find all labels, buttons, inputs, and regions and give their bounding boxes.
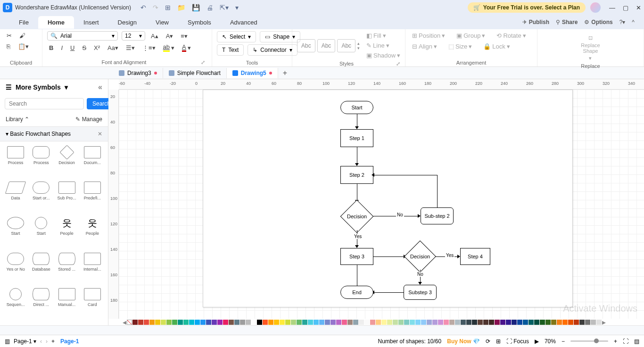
trial-banner[interactable]: 🛒 Your Free Trial is over. Select a Plan bbox=[468, 2, 586, 13]
group-button[interactable]: ▣ Group▾ bbox=[454, 31, 487, 40]
color-swatch[interactable] bbox=[183, 320, 189, 325]
paste-button[interactable]: 📋▾ bbox=[16, 42, 31, 51]
shape-start[interactable]: Start bbox=[340, 101, 373, 114]
color-swatch[interactable] bbox=[489, 320, 494, 325]
color-swatch[interactable] bbox=[314, 320, 319, 325]
color-swatch[interactable] bbox=[393, 320, 398, 325]
color-swatch[interactable] bbox=[557, 320, 562, 325]
color-swatch[interactable] bbox=[240, 320, 245, 325]
color-swatch[interactable] bbox=[297, 320, 302, 325]
minimize-button[interactable]: — bbox=[609, 4, 615, 11]
buy-now-link[interactable]: Buy Now 💎 bbox=[447, 338, 480, 345]
color-swatch[interactable] bbox=[364, 320, 370, 325]
redo-button[interactable]: ↷ bbox=[153, 4, 158, 11]
line-button[interactable]: ✎ Line▾ bbox=[364, 41, 402, 50]
text-tool[interactable]: T Text bbox=[217, 44, 244, 56]
symbol-search-input[interactable] bbox=[5, 98, 84, 109]
no-color-swatch[interactable] bbox=[127, 320, 132, 325]
color-swatch[interactable] bbox=[138, 320, 143, 325]
fill-button[interactable]: ◧ Fill▾ bbox=[364, 31, 402, 40]
menu-advanced[interactable]: Advanced bbox=[221, 16, 267, 29]
user-avatar[interactable] bbox=[590, 2, 601, 13]
color-swatch[interactable] bbox=[246, 320, 251, 325]
shape-stencil[interactable]: Yes or No bbox=[4, 253, 27, 285]
shape-step4[interactable]: Step 4 bbox=[460, 248, 490, 265]
color-swatch[interactable] bbox=[404, 320, 409, 325]
shape-stencil[interactable]: Docum... bbox=[81, 146, 104, 179]
manage-library[interactable]: ✎ Manage bbox=[75, 116, 102, 123]
color-swatch[interactable] bbox=[166, 320, 172, 325]
color-swatch[interactable] bbox=[398, 320, 404, 325]
italic-button[interactable]: I bbox=[59, 43, 65, 52]
color-swatch[interactable] bbox=[545, 320, 551, 325]
undo-button[interactable]: ↶ bbox=[140, 4, 146, 11]
color-swatch[interactable] bbox=[274, 320, 279, 325]
shape-stencil[interactable]: Database bbox=[29, 253, 53, 285]
status-icon-2[interactable]: ⊞ bbox=[496, 338, 501, 345]
connector[interactable] bbox=[373, 256, 405, 257]
shape-stencil[interactable]: Manual... bbox=[55, 288, 79, 321]
color-swatch[interactable] bbox=[161, 320, 166, 325]
shape-step2[interactable]: Step 2 bbox=[340, 166, 373, 184]
connector[interactable] bbox=[357, 147, 357, 164]
color-swatch[interactable] bbox=[512, 320, 517, 325]
color-swatch[interactable] bbox=[132, 320, 138, 325]
color-swatch[interactable] bbox=[585, 320, 590, 325]
color-swatch[interactable] bbox=[353, 320, 358, 325]
shape-substep2[interactable]: Sub-step 2 bbox=[421, 207, 454, 224]
color-swatch[interactable] bbox=[415, 320, 421, 325]
color-swatch[interactable] bbox=[381, 320, 387, 325]
menu-insert[interactable]: Insert bbox=[74, 16, 108, 29]
color-swatch[interactable] bbox=[342, 320, 347, 325]
color-swatch[interactable] bbox=[579, 320, 585, 325]
color-swatch[interactable] bbox=[325, 320, 330, 325]
color-swatch[interactable] bbox=[483, 320, 488, 325]
add-tab-button[interactable]: + bbox=[278, 69, 292, 77]
shrink-font[interactable]: A▾ bbox=[164, 32, 175, 41]
publish-button[interactable]: ✈ Publish bbox=[522, 19, 549, 25]
options-button[interactable]: ⚙ Options bbox=[584, 19, 612, 25]
shape-step1[interactable]: Step 1 bbox=[340, 129, 373, 147]
bold-button[interactable]: B bbox=[47, 43, 55, 52]
doctab-drawing3[interactable]: Drawing3 bbox=[113, 68, 163, 78]
presentation-mode[interactable]: ▶ bbox=[535, 338, 539, 345]
color-swatch[interactable] bbox=[551, 320, 556, 325]
color-swatch[interactable] bbox=[517, 320, 522, 325]
color-swatch[interactable] bbox=[285, 320, 290, 325]
category-toggle[interactable]: ▾ Basic Flowchart Shapes bbox=[6, 131, 71, 137]
lock-button[interactable]: 🔒 Lock▾ bbox=[481, 42, 512, 51]
qat-more[interactable]: ▾ bbox=[235, 4, 239, 11]
fit-page[interactable]: ⛶ bbox=[623, 338, 628, 345]
collapse-ribbon[interactable]: ^ bbox=[632, 19, 635, 25]
color-swatch[interactable] bbox=[466, 320, 471, 325]
focus-mode[interactable]: ⛶ Focus bbox=[506, 338, 529, 345]
shape-stencil[interactable]: Process bbox=[4, 146, 27, 179]
shape-stencil[interactable]: Start bbox=[29, 217, 53, 249]
connector[interactable] bbox=[373, 175, 437, 175]
more-symbols[interactable]: More Symbols bbox=[16, 83, 61, 91]
color-swatch[interactable] bbox=[217, 320, 223, 325]
color-swatch[interactable] bbox=[506, 320, 511, 325]
position-button[interactable]: ⊞ Position▾ bbox=[410, 31, 447, 40]
shape-stencil[interactable]: Start or... bbox=[29, 182, 53, 214]
new-button[interactable]: ⊞ bbox=[165, 4, 171, 11]
active-page-tab[interactable]: Page-1 bbox=[60, 338, 79, 345]
replace-shape-button[interactable]: ⊡Replace Shape ▾ bbox=[579, 34, 602, 62]
underline-button[interactable]: U bbox=[68, 43, 76, 52]
style-up[interactable]: ▴ bbox=[357, 41, 360, 46]
shape-stencil[interactable]: 웃People bbox=[81, 217, 104, 249]
menu-file[interactable]: File bbox=[9, 16, 38, 29]
color-swatch[interactable] bbox=[461, 320, 466, 325]
shadow-button[interactable]: ▣ Shadow▾ bbox=[364, 51, 402, 60]
color-swatch[interactable] bbox=[155, 320, 160, 325]
color-swatch[interactable] bbox=[347, 320, 353, 325]
color-swatch[interactable] bbox=[257, 320, 262, 325]
shape-stencil[interactable]: Start bbox=[4, 217, 27, 249]
bullets-button[interactable]: ⋮≡▾ bbox=[140, 43, 157, 52]
shape-end[interactable]: End bbox=[340, 286, 373, 299]
color-swatch[interactable] bbox=[178, 320, 183, 325]
shape-stencil[interactable]: Decision bbox=[55, 146, 79, 179]
highlight-button[interactable]: ab▾ bbox=[161, 42, 176, 53]
color-swatch[interactable] bbox=[200, 320, 206, 325]
font-family-select[interactable]: 🔍 Arial▾ bbox=[47, 31, 118, 41]
